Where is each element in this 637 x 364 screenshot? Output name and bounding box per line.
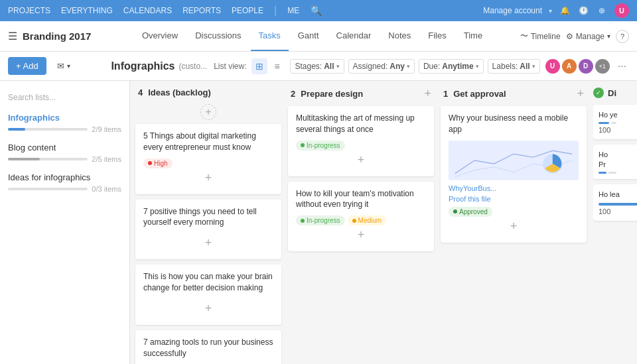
- kanban-card[interactable]: Multitasking the art of messing up sever…: [288, 106, 434, 176]
- tag-dot: [352, 219, 356, 223]
- tag-dot: [148, 161, 152, 165]
- kanban-card[interactable]: 7 positive things you need to tell yours…: [135, 200, 281, 260]
- nav-everything[interactable]: EVERYTHING: [61, 6, 113, 15]
- col-title-ideas: Ideas (backlog): [148, 88, 211, 97]
- more-avatars-button[interactable]: +1: [595, 59, 610, 74]
- bell-icon[interactable]: 🔔: [559, 5, 571, 17]
- progress-bar-bg-ideas: [8, 188, 88, 190]
- kanban-card[interactable]: 5 Things about digital marketing every e…: [135, 124, 281, 194]
- tag-label: High: [154, 160, 168, 167]
- top-nav: PROJECTS EVERYTHING CALENDARS REPORTS PE…: [0, 0, 637, 21]
- manage-label: Manage: [576, 32, 604, 41]
- stages-filter[interactable]: Stages: All ▾: [290, 59, 344, 74]
- col-count-ideas: 4: [138, 88, 143, 97]
- tab-calendar[interactable]: Calendar: [328, 21, 380, 51]
- help-button[interactable]: ?: [616, 30, 629, 43]
- tab-discussions[interactable]: Discussions: [187, 21, 249, 51]
- second-nav-right: 〜 Timeline ⚙ Manage ▾ ?: [520, 30, 629, 43]
- avatar-u[interactable]: U: [545, 59, 560, 74]
- timeline-button[interactable]: 〜 Timeline: [520, 30, 561, 42]
- add-below-card-button-2[interactable]: +: [143, 233, 273, 253]
- partial-card-text: Ho ye: [599, 110, 637, 119]
- add-below-card-button-3[interactable]: +: [143, 299, 273, 318]
- avatar-d[interactable]: D: [579, 59, 593, 74]
- nav-people[interactable]: PEOPLE: [232, 6, 263, 15]
- search-lists-input[interactable]: Search lists...: [0, 88, 129, 107]
- due-filter[interactable]: Due: Anytime ▾: [419, 59, 484, 74]
- partial-card-2[interactable]: Ho Pr: [593, 145, 637, 179]
- list-progress-ideas: 0/3 items: [8, 185, 121, 193]
- tag-dot: [301, 143, 305, 147]
- list-view-button[interactable]: ≡: [269, 58, 285, 74]
- kanban-card-approval[interactable]: Why your business need a mobile app WhyY…: [441, 106, 587, 243]
- add-below-card-button-4[interactable]: +: [296, 151, 426, 170]
- user-avatar[interactable]: U: [614, 3, 629, 18]
- kanban-card[interactable]: This is how you can make your brain chan…: [135, 265, 281, 325]
- partial-card-1[interactable]: Ho ye 100: [593, 105, 637, 139]
- kanban-col-prepare-design: 2 Prepare design + Multitasking the art …: [288, 88, 434, 357]
- search-icon[interactable]: 🔍: [310, 5, 322, 17]
- card-file-link[interactable]: Proof this file: [449, 195, 579, 203]
- tab-gantt[interactable]: Gantt: [290, 21, 327, 51]
- add-col-button-prepare[interactable]: +: [424, 88, 431, 99]
- clock-icon[interactable]: 🕐: [577, 5, 589, 17]
- tab-overview[interactable]: Overview: [134, 21, 186, 51]
- card-text: Why your business need a mobile app: [449, 113, 579, 135]
- nav-calendars[interactable]: CALENDARS: [123, 6, 172, 15]
- nav-projects[interactable]: PROJECTS: [8, 6, 50, 15]
- bar-segment: [599, 122, 609, 124]
- tab-notes[interactable]: Notes: [380, 21, 419, 51]
- manage-button[interactable]: ⚙ Manage ▾: [566, 32, 610, 41]
- partial-col-header: ✓ Di: [593, 88, 637, 98]
- ellipsis-button[interactable]: ···: [615, 60, 629, 72]
- hamburger-icon[interactable]: ☰: [8, 30, 17, 42]
- timeline-icon: 〜: [520, 30, 528, 42]
- nav-reports[interactable]: REPORTS: [182, 6, 221, 15]
- tag-high: High: [143, 158, 173, 168]
- sidebar-item-ideas[interactable]: Ideas for infographics 0/3 items: [0, 167, 129, 197]
- card-text: 7 positive things you need to tell yours…: [143, 206, 273, 229]
- add-below-card-button[interactable]: +: [143, 168, 273, 188]
- sidebar-item-blog-content[interactable]: Blog content 2/5 items: [0, 137, 129, 167]
- add-below-card-button-5[interactable]: +: [296, 225, 426, 245]
- sidebar-item-infographics[interactable]: Infographics 2/9 items: [0, 107, 129, 137]
- manage-account-btn[interactable]: Manage account: [483, 6, 542, 15]
- add-col-button-approval[interactable]: +: [577, 88, 584, 99]
- tab-time[interactable]: Time: [456, 21, 490, 51]
- tab-files[interactable]: Files: [420, 21, 454, 51]
- inbox-button[interactable]: ✉ ▾: [53, 58, 74, 74]
- col-title-prepare: Prepare design: [301, 89, 363, 99]
- partial-card-bars-2: [599, 172, 637, 174]
- kanban-col-done-partial: ✓ Di Ho ye 100 Ho Pr Ho lea: [593, 88, 637, 357]
- kanban-card[interactable]: How to kill your team's motivation witho…: [288, 182, 434, 252]
- stages-label: Stages:: [295, 62, 322, 71]
- view-subtitle: (custo...: [178, 62, 207, 71]
- add-button[interactable]: + Add: [8, 57, 46, 75]
- tab-tasks[interactable]: Tasks: [251, 21, 289, 51]
- top-nav-right: Manage account ▾ 🔔 🕐 ⊕ U: [483, 3, 629, 18]
- partial-card-subtext: Pr: [599, 160, 637, 169]
- card-text: 7 amazing tools to run your business suc…: [143, 337, 273, 359]
- labels-filter[interactable]: Labels: All ▾: [488, 59, 540, 74]
- main-content: Search lists... Infographics 2/9 items B…: [0, 81, 637, 364]
- partial-card-3[interactable]: Ho lea 100: [593, 184, 637, 221]
- add-card-center-button[interactable]: +: [200, 104, 216, 120]
- avatar-a[interactable]: A: [562, 59, 577, 74]
- view-toggle: ⊞ ≡: [251, 58, 285, 74]
- add-below-card-button-6[interactable]: +: [449, 217, 579, 236]
- progress-bar-bg: [8, 128, 88, 131]
- labels-value: All: [520, 62, 530, 71]
- list-progress-blog: 2/5 items: [8, 155, 121, 163]
- tag-in-progress-2: In-progress: [296, 215, 345, 225]
- progress-bar-fill-blog: [8, 158, 40, 160]
- list-progress-infographics: 2/9 items: [8, 125, 121, 133]
- assigned-filter[interactable]: Assigned: Any ▾: [348, 59, 415, 74]
- partial-card-text: Ho lea: [599, 190, 637, 199]
- sidebar: Search lists... Infographics 2/9 items B…: [0, 81, 130, 364]
- nav-me[interactable]: ME: [287, 6, 299, 15]
- grid-view-button[interactable]: ⊞: [251, 58, 267, 74]
- list-name-infographics: Infographics: [8, 113, 121, 123]
- plus-circle-icon[interactable]: ⊕: [596, 5, 608, 17]
- partial-card-text: Ho: [599, 150, 637, 159]
- kanban-card[interactable]: 7 amazing tools to run your business suc…: [135, 330, 281, 364]
